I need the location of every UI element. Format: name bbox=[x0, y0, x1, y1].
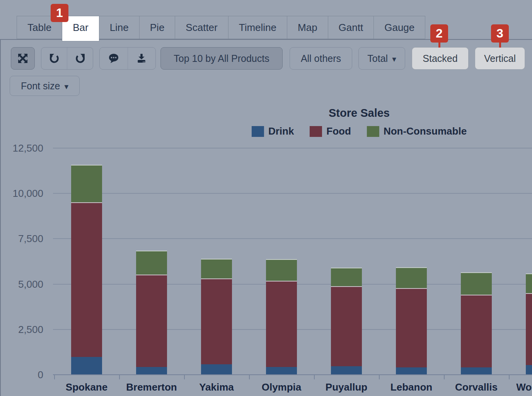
expand-arrows-icon bbox=[17, 52, 29, 65]
total-label: Total bbox=[367, 53, 388, 64]
vertical-label: Vertical bbox=[484, 53, 516, 64]
annotation-badge-3: 3 bbox=[491, 24, 509, 43]
tab-gantt[interactable]: Gantt bbox=[328, 16, 374, 39]
badge-number: 1 bbox=[56, 6, 63, 20]
badge-number: 2 bbox=[436, 26, 443, 41]
app-window: Store Sales DrinkFoodNon-Consumable 02,5… bbox=[0, 0, 532, 396]
tab-pie[interactable]: Pie bbox=[139, 16, 176, 39]
caret-down-icon: ▾ bbox=[392, 55, 396, 64]
badge-pointer bbox=[499, 43, 501, 48]
caret-down-icon: ▾ bbox=[64, 82, 68, 91]
top10-filter-button[interactable]: Top 10 by All Products bbox=[160, 47, 283, 70]
tab-gauge[interactable]: Gauge bbox=[373, 16, 425, 39]
badge-number: 3 bbox=[496, 26, 503, 41]
all-others-button[interactable]: All others bbox=[290, 47, 352, 70]
top10-filter-label: Top 10 by All Products bbox=[174, 53, 269, 64]
annotation-badge-1: 1 bbox=[51, 4, 68, 22]
tab-timeline[interactable]: Timeline bbox=[228, 16, 287, 39]
undo-button[interactable] bbox=[41, 48, 67, 69]
tab-scatter[interactable]: Scatter bbox=[175, 16, 228, 39]
export-button[interactable] bbox=[128, 48, 156, 69]
comment-export-group bbox=[99, 47, 156, 70]
redo-button[interactable] bbox=[67, 48, 93, 69]
stacked-toggle-button[interactable]: Stacked bbox=[412, 47, 469, 70]
vertical-toggle-button[interactable]: Vertical bbox=[475, 47, 525, 70]
font-size-dropdown[interactable]: Font size ▾ bbox=[10, 76, 80, 96]
annotation-badge-2: 2 bbox=[430, 24, 448, 43]
stacked-label: Stacked bbox=[423, 53, 457, 64]
workspace-panel-border bbox=[0, 39, 532, 396]
tab-map[interactable]: Map bbox=[287, 16, 328, 39]
all-others-label: All others bbox=[301, 53, 341, 64]
redo-icon bbox=[74, 53, 86, 65]
undo-icon bbox=[48, 53, 60, 65]
font-size-label: Font size bbox=[21, 80, 60, 92]
view-tabs: TableBarLinePieScatterTimelineMapGanttGa… bbox=[17, 16, 425, 41]
undo-redo-group bbox=[41, 47, 93, 70]
comment-button[interactable] bbox=[100, 48, 128, 69]
comment-icon bbox=[107, 53, 120, 64]
fullscreen-button[interactable] bbox=[11, 47, 35, 70]
total-dropdown[interactable]: Total ▾ bbox=[358, 47, 405, 70]
tab-line[interactable]: Line bbox=[99, 16, 140, 39]
badge-pointer bbox=[438, 43, 440, 48]
download-icon bbox=[135, 53, 148, 64]
